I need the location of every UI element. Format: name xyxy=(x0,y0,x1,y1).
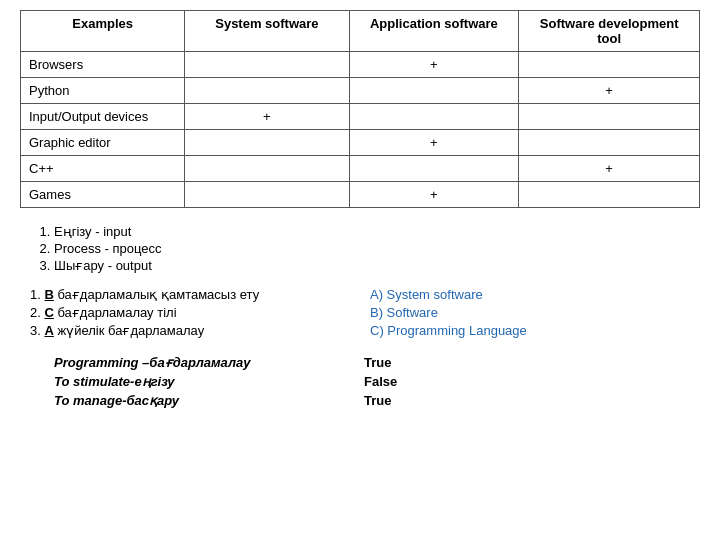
matching-right-item: A) System software xyxy=(370,287,700,302)
tf-label: To stimulate-еңгізу xyxy=(54,374,334,389)
matching-right-item: B) Software xyxy=(370,305,700,320)
cell-dev: + xyxy=(519,78,700,104)
list-item: Еңгізу - input xyxy=(54,224,700,239)
cell-dev xyxy=(519,52,700,78)
matching-text: жүйелік бағдарламалау xyxy=(54,323,204,338)
matching-right: A) System softwareB) SoftwareC) Programm… xyxy=(360,287,700,341)
matching-left-item: 2. C бағдарламалау тілі xyxy=(30,305,360,320)
cell-example: Browsers xyxy=(21,52,185,78)
tf-answer: True xyxy=(364,355,391,370)
cell-system: + xyxy=(185,104,349,130)
cell-example: C++ xyxy=(21,156,185,182)
matching-num: 3. xyxy=(30,323,44,338)
col-header-system: System software xyxy=(185,11,349,52)
table-row: C+++ xyxy=(21,156,700,182)
cell-example: Games xyxy=(21,182,185,208)
col-header-dev: Software development tool xyxy=(519,11,700,52)
matching-text: бағдарламалау тілі xyxy=(54,305,177,320)
trufalse-item: Programming –бағдарламалауTrue xyxy=(54,355,700,370)
cell-app xyxy=(349,156,519,182)
table-row: Graphic editor+ xyxy=(21,130,700,156)
tf-label: Programming –бағдарламалау xyxy=(54,355,334,370)
cell-system xyxy=(185,156,349,182)
cell-system xyxy=(185,130,349,156)
matching-num: 2. xyxy=(30,305,44,320)
cell-dev: + xyxy=(519,156,700,182)
matching-answer: B xyxy=(44,287,53,302)
input-output-list: Еңгізу - inputProcess - процессШығару - … xyxy=(20,224,700,273)
tf-label: To manage-басқару xyxy=(54,393,334,408)
table-row: Input/Output devices+ xyxy=(21,104,700,130)
cell-example: Input/Output devices xyxy=(21,104,185,130)
matching-text: бағдарламалық қамтамасыз ету xyxy=(54,287,259,302)
cell-example: Graphic editor xyxy=(21,130,185,156)
cell-example: Python xyxy=(21,78,185,104)
list-item: Process - процесс xyxy=(54,241,700,256)
table-row: Games+ xyxy=(21,182,700,208)
cell-app xyxy=(349,104,519,130)
table-row: Browsers+ xyxy=(21,52,700,78)
trufalse-item: To manage-басқаруTrue xyxy=(54,393,700,408)
matching-left-item: 1. B бағдарламалық қамтамасыз ету xyxy=(30,287,360,302)
list-item: Шығару - output xyxy=(54,258,700,273)
col-header-app: Application software xyxy=(349,11,519,52)
cell-app: + xyxy=(349,52,519,78)
tf-answer: False xyxy=(364,374,397,389)
matching-answer: A xyxy=(44,323,53,338)
matching-section: 1. B бағдарламалық қамтамасыз ету2. C ба… xyxy=(20,287,700,341)
cell-system xyxy=(185,52,349,78)
cell-dev xyxy=(519,182,700,208)
trufalse-section: Programming –бағдарламалауTrueTo stimula… xyxy=(20,355,700,408)
trufalse-item: To stimulate-еңгізуFalse xyxy=(54,374,700,389)
cell-app: + xyxy=(349,130,519,156)
matching-answer: C xyxy=(44,305,53,320)
tf-answer: True xyxy=(364,393,391,408)
matching-right-item: C) Programming Language xyxy=(370,323,700,338)
matching-left: 1. B бағдарламалық қамтамасыз ету2. C ба… xyxy=(20,287,360,341)
matching-left-item: 3. A жүйелік бағдарламалау xyxy=(30,323,360,338)
table-row: Python+ xyxy=(21,78,700,104)
software-table: Examples System software Application sof… xyxy=(20,10,700,208)
col-header-examples: Examples xyxy=(21,11,185,52)
cell-app: + xyxy=(349,182,519,208)
cell-dev xyxy=(519,104,700,130)
cell-system xyxy=(185,78,349,104)
cell-app xyxy=(349,78,519,104)
matching-num: 1. xyxy=(30,287,44,302)
cell-dev xyxy=(519,130,700,156)
cell-system xyxy=(185,182,349,208)
